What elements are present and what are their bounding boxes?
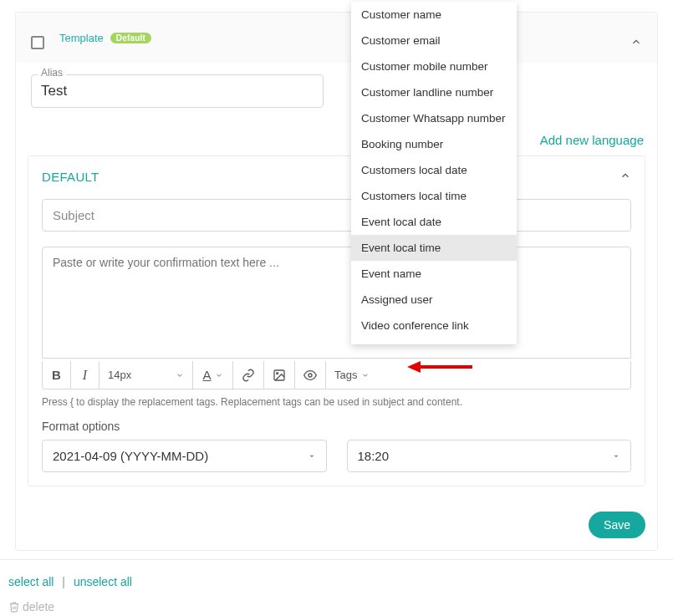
tags-dropdown-item[interactable]: Assigned user <box>351 287 517 313</box>
chevron-down-icon <box>215 371 223 379</box>
svg-point-4 <box>308 374 312 377</box>
tags-dropdown-item[interactable]: Booking number <box>351 131 517 157</box>
tags-dropdown-item[interactable]: Event local time <box>351 235 517 261</box>
font-size-select[interactable]: 14px <box>99 361 193 389</box>
font-size-value: 14px <box>108 369 131 381</box>
editor-toolbar: B I 14px A <box>42 361 631 389</box>
chevron-down-icon <box>361 371 370 379</box>
tags-dropdown-item[interactable]: Customer landline number <box>351 79 517 105</box>
separator: | <box>62 575 65 588</box>
link-icon <box>242 369 255 382</box>
italic-button[interactable]: I <box>71 361 99 389</box>
template-label: Template <box>59 32 104 44</box>
alias-input[interactable] <box>31 74 324 108</box>
select-all-link[interactable]: select all <box>8 575 54 588</box>
section-title: DEFAULT <box>42 170 631 184</box>
bold-button[interactable]: B <box>43 361 71 389</box>
tags-label: Tags <box>334 369 357 381</box>
chevron-down-icon <box>176 371 184 379</box>
svg-marker-6 <box>614 455 619 457</box>
trash-icon <box>8 601 20 613</box>
tags-dropdown-item[interactable]: Customer mobile number <box>351 53 517 79</box>
tags-dropdown-item[interactable]: Customer name <box>351 2 517 28</box>
tags-dropdown-item[interactable]: Event local date <box>351 209 517 235</box>
unselect-all-link[interactable]: unselect all <box>74 575 132 588</box>
alias-label: Alias <box>38 67 66 79</box>
collapse-template-icon[interactable] <box>630 36 642 50</box>
date-format-select[interactable]: 2021-04-09 (YYYY-MM-DD) <box>42 440 327 472</box>
svg-point-3 <box>277 372 278 374</box>
tags-button[interactable]: Tags <box>326 361 378 389</box>
text-color-button[interactable]: A <box>193 361 233 389</box>
template-card: Template Default Alias Add new language … <box>15 12 658 551</box>
tags-dropdown-item[interactable]: Customers local time <box>351 183 517 209</box>
link-button[interactable] <box>233 361 264 389</box>
template-checkbox[interactable] <box>31 36 44 49</box>
collapse-section-icon[interactable] <box>619 170 631 184</box>
default-badge: Default <box>110 33 151 43</box>
tags-dropdown-item[interactable]: Customer Whatsapp number <box>351 105 517 131</box>
save-button[interactable]: Save <box>589 512 645 538</box>
content-editor[interactable] <box>42 247 631 359</box>
help-text: Press { to display the replacement tags.… <box>42 396 631 408</box>
language-section: DEFAULT B I 14px A <box>28 155 645 486</box>
tags-dropdown-item[interactable]: Event name <box>351 261 517 287</box>
date-format-value: 2021-04-09 (YYYY-MM-DD) <box>53 449 208 463</box>
template-header: Template Default <box>16 13 657 63</box>
caret-down-icon <box>308 452 316 461</box>
tags-dropdown-item[interactable]: Video conference link <box>351 313 517 339</box>
time-format-value: 18:20 <box>358 449 390 463</box>
add-language-link[interactable]: Add new language <box>540 133 644 147</box>
eye-icon <box>303 369 317 382</box>
svg-marker-5 <box>309 455 314 457</box>
caret-down-icon <box>612 452 620 461</box>
preview-button[interactable] <box>295 361 326 389</box>
footer: select all | unselect all delete <box>0 559 673 616</box>
delete-label: delete <box>23 600 54 613</box>
tags-dropdown[interactable]: Customer nameCustomer emailCustomer mobi… <box>351 2 517 344</box>
image-icon <box>273 369 286 382</box>
delete-button[interactable]: delete <box>8 600 665 613</box>
tags-dropdown-item[interactable]: Cancel link <box>351 339 517 344</box>
tags-dropdown-item[interactable]: Customer email <box>351 28 517 53</box>
image-button[interactable] <box>264 361 295 389</box>
tags-dropdown-item[interactable]: Customers local date <box>351 157 517 183</box>
format-options-label: Format options <box>42 420 631 433</box>
tags-dropdown-scroll[interactable]: Customer nameCustomer emailCustomer mobi… <box>351 2 517 344</box>
subject-input[interactable] <box>42 199 631 232</box>
time-format-select[interactable]: 18:20 <box>347 440 632 472</box>
